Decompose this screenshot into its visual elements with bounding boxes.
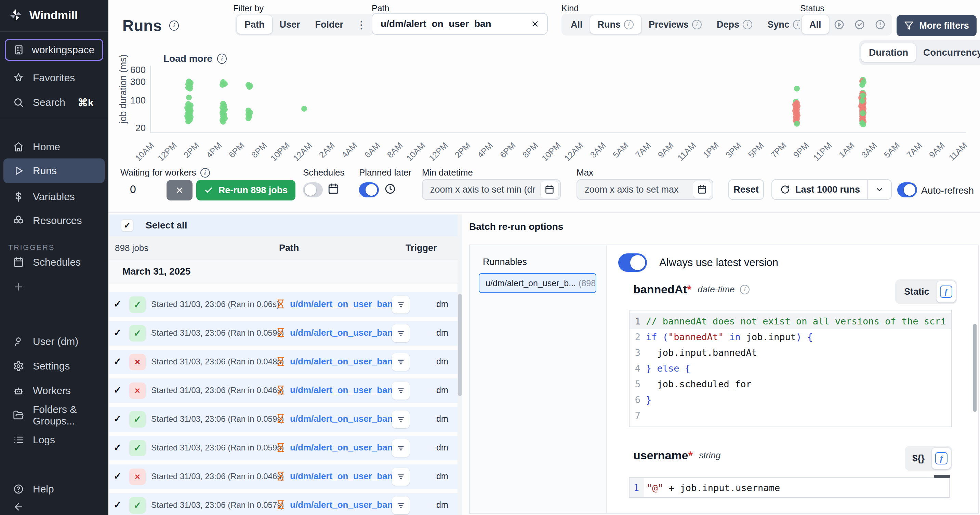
sidebar-item-user[interactable]: User (dm) <box>3 331 105 352</box>
path-input[interactable]: u/dm/alert_on_user_ban <box>372 13 548 35</box>
run-path-link[interactable]: u/dm/alert_on_user_ban <box>290 299 393 309</box>
kind-all[interactable]: All <box>563 15 590 34</box>
run-dot[interactable] <box>220 82 225 88</box>
filter-by-path[interactable]: Path <box>237 15 272 34</box>
chart-plot[interactable] <box>150 66 966 133</box>
runnable-item[interactable]: u/dm/alert_on_user_b... (898) <box>479 273 597 293</box>
row-checkbox[interactable]: ✓ <box>113 471 121 482</box>
sidebar-item-home[interactable]: Home <box>3 136 105 158</box>
min-datetime-calendar-button[interactable] <box>540 181 559 198</box>
run-dot[interactable] <box>859 82 865 88</box>
run-dot[interactable] <box>185 119 191 124</box>
row-filter-button[interactable] <box>392 353 410 371</box>
add-trigger-button[interactable] <box>3 276 105 298</box>
run-dot[interactable] <box>794 121 800 127</box>
run-path-link[interactable]: u/dm/alert_on_user_ban <box>290 385 393 396</box>
clear-path-icon[interactable] <box>531 19 539 29</box>
status-running-icon[interactable] <box>829 15 850 34</box>
sidebar-item-search[interactable]: Search ⌘k <box>3 92 105 113</box>
run-row[interactable]: ✓ × Started 31/03, 23:06 (Ran in 0.046s)… <box>110 379 459 403</box>
schedules-toggle[interactable] <box>303 182 323 197</box>
run-path-link[interactable]: u/dm/alert_on_user_ban <box>290 471 393 482</box>
row-filter-button[interactable] <box>392 410 410 428</box>
max-datetime-input[interactable]: zoom x axis to set max <box>576 179 713 200</box>
list-scrollbar[interactable] <box>458 214 462 515</box>
run-path-link[interactable]: u/dm/alert_on_user_ban <box>290 500 393 510</box>
min-datetime-input[interactable]: zoom x axis to set min (dr <box>422 179 561 200</box>
bannedAt-code-editor[interactable]: 1// bannedAt does not exist on all versi… <box>629 310 951 427</box>
cancel-selection-button[interactable] <box>167 180 192 200</box>
run-dot[interactable] <box>794 86 800 92</box>
runs-info-icon[interactable]: i <box>169 21 179 31</box>
last-runs-dropdown[interactable] <box>867 180 891 199</box>
run-row[interactable]: ✓ ✓ Started 31/03, 23:06 (Ran in 0.059s)… <box>110 436 459 460</box>
last-runs-button[interactable]: Last 1000 runs <box>772 179 892 200</box>
collapse-sidebar-button[interactable] <box>3 496 105 515</box>
panel-scrollbar-thumb[interactable] <box>973 324 977 412</box>
run-row[interactable]: ✓ ✓ Started 31/03, 23:06 (Ran in 0.059s)… <box>110 321 459 345</box>
status-failure-icon[interactable] <box>870 15 891 34</box>
row-filter-button[interactable] <box>392 496 410 514</box>
tab-duration[interactable]: Duration <box>861 43 916 62</box>
rerun-jobs-button[interactable]: Re-run 898 jobs <box>196 180 296 200</box>
row-filter-button[interactable] <box>392 296 410 314</box>
reset-button[interactable]: Reset <box>728 179 764 200</box>
sidebar-item-favorites[interactable]: Favorites <box>3 67 105 89</box>
run-dot[interactable] <box>247 84 252 90</box>
run-dot[interactable] <box>860 110 866 116</box>
planned-later-toggle[interactable] <box>359 182 379 197</box>
workspace-selector[interactable]: workingspace <box>5 39 103 61</box>
run-path-link[interactable]: u/dm/alert_on_user_ban <box>290 328 393 338</box>
run-row[interactable]: ✓ ✓ Started 31/03, 23:06 (Ran in 0.059s)… <box>110 407 459 432</box>
row-checkbox[interactable]: ✓ <box>113 499 121 510</box>
sidebar-item-settings[interactable]: Settings <box>3 355 105 377</box>
mode-template-label[interactable]: ${} <box>905 453 931 464</box>
filter-by-user[interactable]: User <box>272 15 308 34</box>
horizontal-scrollbar-thumb[interactable] <box>934 475 950 478</box>
latest-version-toggle[interactable] <box>618 254 647 272</box>
row-checkbox[interactable]: ✓ <box>113 413 121 425</box>
sidebar-item-variables[interactable]: Variables <box>3 186 105 208</box>
run-dot[interactable] <box>859 98 865 104</box>
row-checkbox[interactable]: ✓ <box>113 442 121 453</box>
expression-editor-button[interactable]: f <box>936 281 956 303</box>
mode-static-label[interactable]: Static <box>895 287 936 297</box>
sidebar-item-resources[interactable]: Resources <box>3 210 105 231</box>
run-row[interactable]: ✓ ✓ Started 31/03, 23:06 (Ran in 0.057s)… <box>110 493 459 515</box>
row-checkbox[interactable]: ✓ <box>113 385 121 396</box>
sidebar-item-logs[interactable]: Logs <box>3 429 105 451</box>
sidebar-item-schedules[interactable]: Schedules <box>3 251 105 273</box>
sidebar-item-workers[interactable]: Workers <box>3 380 105 402</box>
row-checkbox[interactable]: ✓ <box>113 298 121 310</box>
username-code-editor[interactable]: 1 "@" + job.input.username <box>629 477 950 498</box>
status-all[interactable]: All <box>802 15 829 34</box>
run-dot[interactable] <box>860 122 866 127</box>
app-logo-row[interactable]: Windmill <box>0 5 108 25</box>
run-dot[interactable] <box>245 116 251 121</box>
max-datetime-calendar-button[interactable] <box>693 181 711 198</box>
row-checkbox[interactable]: ✓ <box>113 356 121 367</box>
filter-by-folder[interactable]: Folder <box>308 15 351 34</box>
run-path-link[interactable]: u/dm/alert_on_user_ban <box>290 442 393 453</box>
run-row[interactable]: ✓ ✓ Started 31/03, 23:06 (Ran in 0.06s) … <box>110 292 459 317</box>
run-path-link[interactable]: u/dm/alert_on_user_ban <box>290 414 393 424</box>
run-row[interactable]: ✓ × Started 31/03, 23:06 (Ran in 0.046s)… <box>110 464 459 489</box>
filter-by-more-menu[interactable]: ⋮ <box>351 15 372 34</box>
run-path-link[interactable]: u/dm/alert_on_user_ban <box>290 356 393 367</box>
more-filters-button[interactable]: More filters <box>897 15 977 36</box>
row-checkbox[interactable]: ✓ <box>113 327 121 338</box>
kind-deps[interactable]: Deps i <box>709 15 760 34</box>
row-filter-button[interactable] <box>392 325 410 342</box>
list-scrollbar-thumb[interactable] <box>458 294 461 396</box>
tab-concurrency[interactable]: Concurrency <box>916 43 980 62</box>
auto-refresh-toggle[interactable] <box>897 182 917 197</box>
run-dot[interactable] <box>301 106 307 112</box>
load-more-button[interactable]: Load more i <box>164 53 227 64</box>
sidebar-item-runs[interactable]: Runs <box>3 158 105 183</box>
select-all-checkbox[interactable]: ✓ <box>121 219 134 231</box>
sidebar-item-folders-groups[interactable]: Folders & Groups... <box>3 404 105 426</box>
run-row[interactable]: ✓ × Started 31/03, 23:06 (Ran in 0.048s)… <box>110 350 459 374</box>
kind-previews[interactable]: Previews i <box>641 15 709 34</box>
run-dot[interactable] <box>187 86 193 92</box>
row-filter-button[interactable] <box>392 382 410 399</box>
